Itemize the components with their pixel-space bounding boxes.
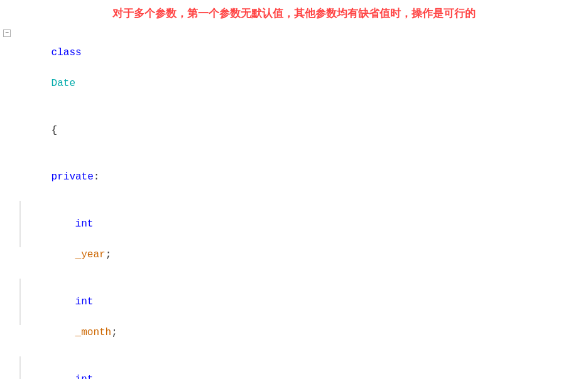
code-content-day: int _day;	[26, 356, 588, 379]
keyword-private: private	[52, 171, 94, 183]
keyword-int-year: int	[75, 218, 94, 230]
title-text: 对于多个参数，第一个参数无默认值，其他参数均有缺省值时，操作是可行的	[112, 8, 476, 19]
code-line-year: int _year;	[0, 201, 588, 279]
code-content-class: class Date	[14, 29, 588, 107]
code-content-brace1: {	[14, 107, 588, 154]
code-content-private: private:	[14, 154, 588, 200]
keyword-int-month: int	[75, 296, 94, 307]
var-year: _year	[75, 249, 106, 260]
code-content-month: int _month;	[26, 279, 588, 356]
title-bar: 对于多个参数，第一个参数无默认值，其他参数均有缺省值时，操作是可行的	[0, 0, 588, 26]
code-line-month: int _month;	[0, 279, 588, 356]
var-month: _month	[75, 327, 112, 338]
code-line-private: private:	[0, 154, 588, 200]
collapse-btn-class[interactable]: −	[3, 29, 11, 37]
space	[52, 63, 58, 74]
code-line-open-brace: {	[0, 107, 588, 154]
colon-private: :	[94, 171, 100, 183]
open-brace-class: {	[52, 125, 58, 136]
code-content-year: int _year;	[26, 201, 588, 279]
code-area: − class Date { private:	[0, 26, 588, 379]
keyword-class: class	[52, 47, 82, 58]
space2	[75, 233, 82, 245]
code-line-class: − class Date	[0, 29, 588, 107]
code-line-day: int _day;	[0, 356, 588, 379]
class-name: Date	[52, 78, 75, 89]
gutter-collapse[interactable]: −	[0, 29, 14, 37]
minus-icon: −	[5, 28, 9, 38]
keyword-int-day: int	[75, 374, 94, 379]
